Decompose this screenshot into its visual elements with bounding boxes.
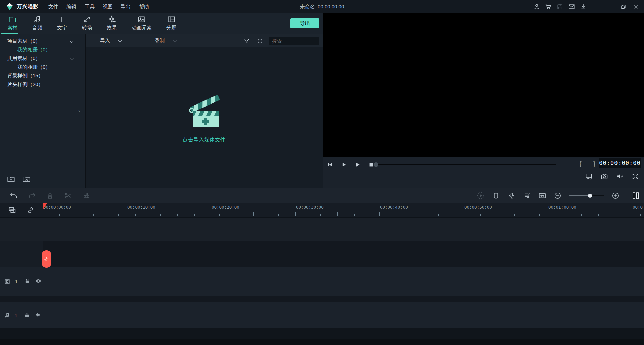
ruler-tick — [278, 214, 279, 216]
ruler-tick — [405, 214, 405, 216]
timeline-zoom-slider[interactable] — [569, 193, 604, 198]
lock-track-button[interactable] — [24, 278, 30, 285]
ruler-tick — [363, 214, 363, 216]
timeline-ruler[interactable]: 00:00:00:0000:00:10:0000:00:20:0000:00:3… — [0, 203, 644, 218]
timeline-empty-band-lower[interactable] — [0, 241, 644, 267]
preview-video-area[interactable] — [323, 13, 644, 157]
export-button[interactable]: 导出 — [290, 18, 319, 28]
add-marker-button[interactable] — [492, 191, 500, 200]
next-frame-button[interactable] — [340, 161, 348, 169]
tab-elements[interactable]: 动画元素 — [124, 15, 159, 32]
zoom-slider-handle[interactable] — [588, 194, 592, 198]
ruler-tick — [236, 214, 236, 216]
redo-button[interactable] — [28, 191, 36, 200]
advanced-edit-button[interactable] — [82, 191, 91, 200]
delete-button[interactable] — [46, 191, 54, 200]
sidebar-collapse-handle[interactable]: ‹ — [78, 106, 82, 115]
sidebar-item-background-samples[interactable]: 背景样例（15） — [0, 71, 85, 80]
preview-timecode: 00:00:00:00 — [599, 158, 641, 168]
audio-track-1[interactable]: 1 — [0, 302, 644, 328]
chevron-down-icon[interactable] — [70, 56, 73, 60]
record-voiceover-button[interactable] — [507, 191, 516, 200]
audio-mixer-button[interactable] — [523, 191, 531, 200]
chevron-down-icon[interactable] — [70, 39, 73, 43]
split-scissors-button[interactable] — [64, 191, 72, 200]
fit-timeline-zoom-button[interactable] — [538, 191, 547, 200]
menu-view[interactable]: 视图 — [103, 4, 113, 10]
playhead-line[interactable] — [43, 203, 43, 339]
undo-button[interactable] — [9, 191, 18, 200]
display-settings-button[interactable] — [585, 172, 593, 180]
chevron-down-icon — [173, 38, 176, 42]
play-button[interactable] — [354, 161, 362, 169]
link-clips-button[interactable] — [26, 206, 34, 215]
restore-window-button[interactable] — [620, 3, 627, 10]
ruler-tick — [177, 214, 178, 216]
sidebar-item-project-media[interactable]: 项目素材（0） — [0, 37, 85, 45]
ruler-label: 00:00:50:00 — [464, 205, 492, 210]
seek-slider-track[interactable] — [378, 164, 556, 165]
download-icon[interactable] — [580, 3, 587, 10]
toggle-track-visibility-button[interactable] — [35, 278, 42, 285]
panel-layout-toggle[interactable] — [631, 191, 640, 200]
zoom-in-button[interactable] — [611, 191, 620, 200]
timeline-empty-band-upper[interactable] — [0, 218, 644, 241]
ruler-tick — [320, 214, 321, 216]
ruler-tick — [127, 212, 127, 216]
menu-export[interactable]: 导出 — [121, 4, 131, 10]
ruler-tick — [632, 212, 632, 216]
tab-media[interactable]: 素材 — [0, 15, 25, 32]
render-preview-button[interactable] — [476, 191, 485, 200]
folder-icon — [8, 15, 17, 24]
monitor-gear-icon — [585, 172, 593, 180]
sidebar-item-my-album-project[interactable]: 我的相册（0） — [0, 45, 85, 54]
tab-effects[interactable]: 效果 — [99, 15, 124, 32]
delete-folder-button[interactable] — [22, 175, 31, 184]
menu-help[interactable]: 帮助 — [139, 4, 149, 10]
record-dropdown[interactable]: 录制 — [155, 34, 176, 47]
tab-transitions[interactable]: 转场 — [74, 15, 99, 32]
manage-tracks-button[interactable] — [8, 206, 16, 215]
add-folder-button[interactable] — [7, 175, 15, 184]
tab-text[interactable]: 文字 — [50, 15, 74, 32]
titlebar: 万兴喵影 文件 编辑 工具 视图 导出 帮助 未命名: 00:00:00:00 — [0, 0, 644, 13]
save-icon[interactable] — [556, 3, 564, 10]
import-dropdown[interactable]: 导入 — [100, 34, 121, 47]
import-media-dropzone[interactable]: 点击导入媒体文件 — [86, 47, 323, 188]
filter-button[interactable] — [242, 37, 251, 45]
minimize-button[interactable] — [607, 3, 614, 10]
ruler-tick — [186, 214, 186, 216]
tab-splitscreen[interactable]: 分屏 — [159, 15, 184, 32]
menu-file[interactable]: 文件 — [48, 4, 58, 10]
video-track-1[interactable]: 1 — [0, 267, 644, 296]
playhead-handle[interactable]: ✂ — [42, 250, 51, 268]
mark-in-out-buttons[interactable]: { } — [578, 160, 600, 167]
seek-slider-handle[interactable] — [374, 162, 378, 167]
speaker-icon — [616, 172, 624, 180]
sidebar-item-shared-media[interactable]: 共用素材（0） — [0, 54, 85, 63]
fullscreen-button[interactable] — [631, 172, 639, 180]
audio-track-icon — [4, 312, 10, 318]
sidebar-item-my-album-shared[interactable]: 我的相册（0） — [0, 63, 85, 71]
grid-view-button[interactable] — [256, 37, 264, 45]
sidebar-item-intro-samples[interactable]: 片头样例（20） — [0, 80, 85, 89]
ruler-tick — [480, 214, 481, 216]
ruler-tick — [312, 214, 312, 216]
menu-edit[interactable]: 编辑 — [66, 4, 76, 10]
mute-track-button[interactable] — [35, 312, 41, 319]
close-button[interactable] — [633, 3, 639, 10]
ruler-tick — [581, 214, 582, 216]
zoom-out-button[interactable] — [553, 191, 562, 200]
account-icon[interactable] — [533, 3, 540, 10]
timeline-lower-area[interactable] — [0, 328, 644, 339]
snapshot-camera-button[interactable] — [600, 172, 608, 180]
tabbar-divider — [227, 16, 227, 32]
lock-track-button[interactable] — [24, 312, 30, 319]
mail-icon[interactable] — [568, 3, 575, 10]
menu-tools[interactable]: 工具 — [85, 4, 95, 10]
tab-audio[interactable]: 音频 — [25, 15, 50, 32]
store-cart-icon[interactable] — [545, 3, 552, 10]
volume-button[interactable] — [616, 172, 624, 180]
ruler-tick — [447, 214, 447, 216]
previous-frame-button[interactable] — [326, 161, 334, 169]
